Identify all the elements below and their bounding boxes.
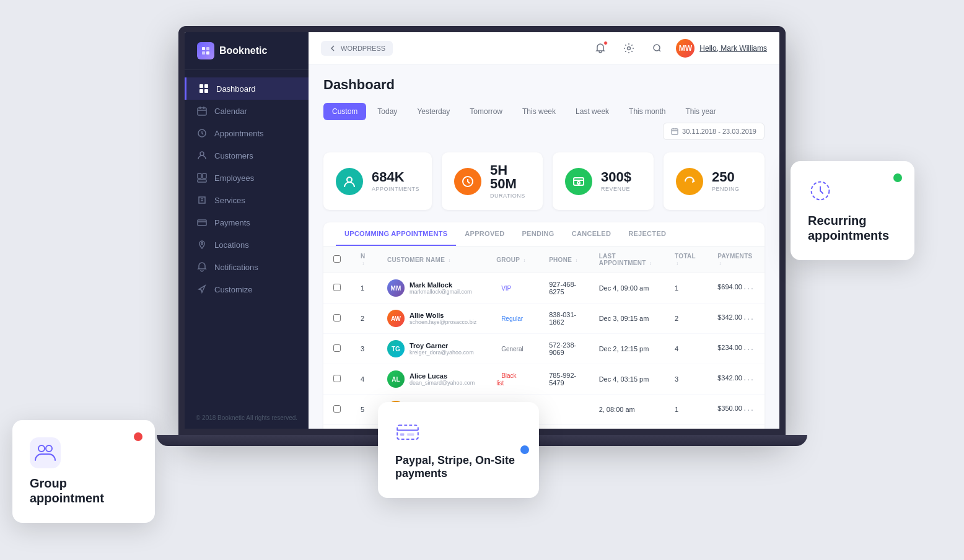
- tab-canceled[interactable]: CANCELED: [563, 222, 620, 246]
- sidebar-item-dashboard[interactable]: Dashboard: [185, 77, 309, 100]
- row-phone: 785-992-5479: [539, 364, 589, 395]
- svg-rect-9: [204, 89, 208, 93]
- row-actions-button[interactable]: ···: [743, 374, 755, 384]
- filter-tab-thismonth[interactable]: This month: [620, 103, 674, 120]
- topbar-icons: MW Hello, Mark Williams: [590, 38, 767, 58]
- customer-info: Allie Wolls schoen.faye@prosacco.biz: [410, 312, 476, 325]
- th-payments[interactable]: PAYMENTS ↕: [708, 247, 765, 273]
- sidebar-label-dashboard: Dashboard: [216, 84, 256, 94]
- th-n[interactable]: N ↕: [351, 247, 377, 273]
- sidebar-label-payments: Payments: [214, 218, 250, 227]
- customer-avatar: MM: [387, 279, 405, 297]
- date-range-picker[interactable]: 30.11.2018 - 23.03.2019: [663, 123, 765, 140]
- user-area[interactable]: MW Hello, Mark Williams: [676, 39, 767, 58]
- filter-tab-lastweek[interactable]: Last week: [567, 103, 618, 120]
- row-total: 1: [665, 395, 708, 425]
- wordpress-badge[interactable]: WORDPRESS: [321, 41, 393, 56]
- recurring-appointments-card: Recurring appointments: [791, 161, 914, 260]
- row-checkbox[interactable]: [333, 375, 341, 382]
- customer-info: Troy Garner kreiger_dora@yahoo.com: [410, 342, 474, 356]
- tab-rejected[interactable]: REJECTED: [620, 222, 675, 246]
- row-actions-button[interactable]: ···: [743, 405, 755, 414]
- sidebar-label-calendar: Calendar: [214, 107, 247, 116]
- row-last-appointment: Dec 4, 03:15 pm: [589, 364, 665, 395]
- filter-tab-thisyear[interactable]: This year: [677, 103, 724, 120]
- svg-rect-27: [400, 433, 404, 435]
- tab-approved[interactable]: APPROVED: [456, 222, 513, 246]
- row-number: 5: [351, 395, 377, 425]
- notification-badge: [603, 41, 608, 45]
- select-all-checkbox[interactable]: [333, 255, 341, 263]
- row-actions-button[interactable]: ···: [743, 313, 755, 323]
- table-row: 2 AW Allie Wolls schoen.faye@prosacco.bi…: [323, 304, 765, 334]
- sidebar-item-services[interactable]: Services: [185, 189, 309, 211]
- sidebar-item-customers[interactable]: Customers: [185, 144, 309, 167]
- settings-icon[interactable]: [619, 38, 639, 58]
- th-group[interactable]: GROUP ↕: [486, 247, 539, 273]
- filter-tab-thisweek[interactable]: This week: [514, 103, 564, 120]
- row-last-appointment: Dec 2, 12:15 pm: [589, 334, 665, 364]
- sidebar-item-customize[interactable]: Customize: [185, 278, 309, 300]
- stat-label-durations: DURATIONS: [490, 193, 530, 199]
- filter-tab-tomorrow[interactable]: Tomorrow: [461, 103, 511, 120]
- payment-amount: $234.00: [717, 344, 742, 351]
- row-checkbox[interactable]: [333, 314, 341, 322]
- th-phone[interactable]: PHONE ↕: [539, 247, 589, 273]
- th-customer-name[interactable]: CUSTOMER NAME ↕: [377, 247, 486, 273]
- row-checkbox[interactable]: [333, 284, 341, 291]
- row-phone: 927-468-6275: [539, 273, 589, 304]
- filter-tab-custom[interactable]: Custom: [323, 103, 366, 120]
- stat-icon-pending: [676, 168, 703, 195]
- row-checkbox[interactable]: [333, 405, 341, 413]
- row-actions-button[interactable]: ···: [743, 283, 755, 293]
- row-total: 2: [665, 304, 708, 334]
- stat-info-durations: 5H 50M DURATIONS: [490, 164, 530, 199]
- row-phone: 838-031-1862: [539, 304, 589, 334]
- svg-point-19: [654, 45, 660, 51]
- th-last-appointment[interactable]: LAST APPOINTMENT ↕: [589, 247, 665, 273]
- row-checkbox-cell: [323, 304, 351, 334]
- payment-icon: [395, 419, 420, 444]
- recurring-clock-wrap: [808, 178, 897, 206]
- sidebar-item-locations[interactable]: Locations: [185, 234, 309, 256]
- svg-rect-3: [206, 47, 209, 50]
- payment-amount: $342.00: [717, 374, 742, 382]
- tab-upcoming[interactable]: UPCOMMING APPOINTMENTS: [336, 222, 456, 246]
- notifications-bell-icon[interactable]: [590, 38, 610, 58]
- sidebar-item-calendar[interactable]: Calendar: [185, 100, 309, 122]
- filter-tab-yesterday[interactable]: Yesterday: [408, 103, 458, 120]
- row-total: 3: [665, 364, 708, 395]
- svg-rect-14: [203, 173, 206, 178]
- svg-point-0: [38, 445, 45, 452]
- group-card-title: Group appointment: [30, 476, 138, 505]
- stat-value-durations: 5H 50M: [490, 164, 530, 191]
- customize-icon: [197, 284, 207, 294]
- tab-pending[interactable]: PENDING: [513, 222, 563, 246]
- row-checkbox[interactable]: [333, 344, 341, 352]
- stat-icon-durations: [454, 168, 481, 195]
- svg-rect-5: [206, 51, 209, 55]
- sidebar-nav: Dashboard Calendar Appointments Customer…: [185, 70, 309, 407]
- row-phone: 572-238-9069: [539, 334, 589, 364]
- sidebar-item-payments[interactable]: Payments: [185, 211, 309, 234]
- sidebar-item-notifications[interactable]: Notifications: [185, 256, 309, 278]
- th-total[interactable]: TOTAL ↕: [665, 247, 708, 273]
- row-payments: $342.00 ···: [708, 304, 765, 334]
- sidebar-item-appointments[interactable]: Appointments: [185, 122, 309, 144]
- group-badge: Black list: [496, 371, 516, 388]
- customer-email: kreiger_dora@yahoo.com: [410, 349, 474, 356]
- row-group: Regular: [486, 304, 539, 334]
- notifications-icon: [197, 262, 207, 272]
- row-customer: AL Alice Lucas dean_simard@yahoo.com: [377, 364, 486, 395]
- sidebar-item-employees[interactable]: Employees: [185, 167, 309, 189]
- payment-amount: $694.00: [717, 283, 742, 291]
- logo-icon: [197, 42, 214, 59]
- row-last-appointment: Dec 3, 09:15 am: [589, 304, 665, 334]
- calendar-icon: [197, 106, 207, 116]
- row-actions-button[interactable]: ···: [743, 344, 755, 354]
- row-number: 3: [351, 334, 377, 364]
- search-icon[interactable]: [647, 38, 667, 58]
- filter-tab-today[interactable]: Today: [369, 103, 406, 120]
- clock-icon: [808, 178, 833, 203]
- sidebar-label-services: Services: [214, 196, 245, 205]
